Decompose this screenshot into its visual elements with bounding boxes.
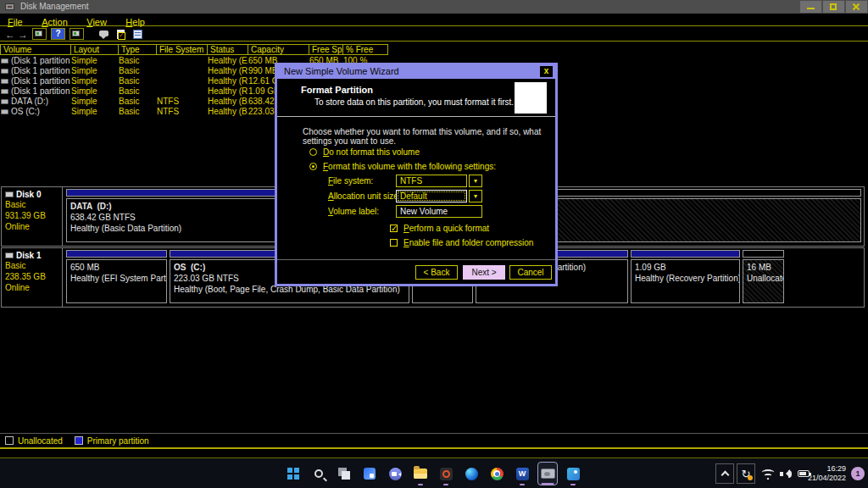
chrome-button[interactable] — [487, 462, 507, 485]
task-view-button[interactable] — [334, 462, 354, 485]
partition-block-efi[interactable]: 650 MBHealthy (EFI System Partition) — [66, 250, 167, 305]
clock[interactable]: 16:29 21/04/2022 — [797, 464, 846, 483]
new-simple-volume-wizard-dialog: New Simple Volume Wizard x Format Partit… — [275, 63, 558, 286]
radio-format-volume[interactable]: Format this volume with the following se… — [309, 162, 496, 171]
forward-arrow-icon[interactable]: → — [18, 29, 28, 41]
col-type[interactable]: Type — [118, 44, 157, 55]
col-capacity[interactable]: Capacity — [248, 44, 309, 55]
toolbar: ← → ? ✓ — [0, 27, 868, 42]
dialog-header: Format Partition To store data on this p… — [277, 79, 555, 117]
file-system-label: File system: — [328, 176, 373, 186]
menu-action[interactable]: Action — [34, 16, 75, 28]
primary-partition-bar — [66, 250, 167, 258]
back-arrow-icon[interactable]: ← — [5, 29, 15, 41]
allocation-unit-select[interactable]: Default — [396, 190, 467, 202]
close-button[interactable] — [846, 1, 867, 13]
menu-view[interactable]: View — [79, 16, 114, 28]
checklist-icon[interactable]: ✓ — [115, 29, 128, 39]
disk-icon — [5, 252, 14, 258]
menubar: File Action View Help — [0, 14, 868, 26]
quick-format-checkbox[interactable]: Perform a quick format — [390, 224, 489, 233]
partition-block-recovery-c[interactable]: 1.09 GBHealthy (Recovery Partition) — [631, 250, 740, 305]
dialog-titlebar[interactable]: New Simple Volume Wizard x — [277, 65, 555, 79]
unallocated-swatch — [5, 436, 14, 445]
volume-icon — [1, 89, 8, 94]
checkbox-checked-icon[interactable] — [390, 225, 398, 232]
minimize-button[interactable] — [800, 1, 821, 13]
task-view-icon — [338, 468, 350, 480]
volume-icon — [1, 69, 8, 74]
disk-management-icon — [541, 469, 555, 479]
volume-label-input[interactable]: New Volume — [396, 205, 482, 218]
chevron-down-icon[interactable]: ▾ — [469, 175, 482, 187]
next-button[interactable]: Next > — [463, 265, 505, 280]
disk-icon — [5, 191, 14, 197]
menu-file[interactable]: File — [0, 16, 31, 28]
office-icon — [440, 468, 453, 480]
word-icon: W — [516, 468, 529, 480]
col-pct-free[interactable]: % Free — [342, 44, 388, 55]
volume-icon — [1, 99, 8, 104]
unallocated-block-16mb[interactable]: 16 MBUnallocated — [743, 250, 784, 305]
col-file-system[interactable]: File System — [156, 44, 208, 55]
no-partition-bar — [743, 250, 784, 258]
disk1-header[interactable]: Disk 1 Basic 238.35 GB Online — [2, 248, 63, 307]
dialog-close-icon[interactable]: x — [540, 66, 553, 77]
disk-management-window: Disk Management File Action View Help ← … — [0, 0, 868, 488]
action-pane-icon[interactable] — [70, 28, 84, 40]
compression-checkbox[interactable]: Enable file and folder compression — [390, 238, 533, 247]
onedrive-button[interactable]: ↻ — [737, 463, 755, 484]
chat-button[interactable] — [385, 462, 405, 485]
col-status[interactable]: Status — [207, 44, 248, 55]
wifi-icon[interactable] — [761, 469, 775, 480]
radio-icon[interactable] — [309, 148, 317, 156]
volume-icon — [1, 58, 8, 64]
dialog-intro-text: Choose whether you want to format this v… — [303, 127, 548, 146]
file-explorer-button[interactable] — [410, 462, 431, 485]
word-button[interactable]: W — [512, 462, 532, 485]
search-icon — [314, 469, 323, 478]
disk0-header[interactable]: Disk 0 Basic 931.39 GB Online — [2, 187, 63, 246]
console-tree-icon[interactable] — [32, 28, 47, 40]
office-button[interactable] — [436, 462, 456, 485]
legend: Unallocated Primary partition — [0, 433, 868, 447]
checkbox-icon[interactable] — [390, 239, 398, 247]
tray-overflow-button[interactable] — [715, 463, 734, 484]
details-list-icon[interactable] — [132, 29, 145, 39]
cancel-button[interactable]: Cancel — [509, 265, 552, 280]
back-button[interactable]: < Back — [415, 265, 458, 280]
volume-icon[interactable] — [780, 469, 792, 479]
legend-unallocated: Unallocated — [5, 436, 63, 446]
volume-icon — [1, 79, 8, 84]
chevron-up-icon — [721, 471, 729, 480]
col-volume[interactable]: Volume — [0, 44, 71, 55]
command-bubble-icon[interactable] — [98, 29, 111, 39]
wizard-graphic — [515, 82, 547, 114]
allocation-unit-label: Allocation unit size: — [328, 191, 401, 201]
primary-partition-bar — [631, 250, 740, 258]
dialog-buttons: < Back Next > Cancel — [277, 259, 555, 284]
notification-badge[interactable]: 1 — [851, 467, 865, 480]
widgets-icon — [364, 468, 376, 480]
col-layout[interactable]: Layout — [70, 44, 119, 55]
file-explorer-icon — [414, 469, 427, 479]
edge-button[interactable] — [461, 462, 481, 485]
maximize-button[interactable] — [823, 1, 844, 13]
primary-partition-swatch — [75, 436, 83, 445]
app-icon — [5, 3, 14, 10]
radio-do-not-format[interactable]: Do not format this volume — [309, 147, 420, 157]
chevron-down-icon[interactable]: ▾ — [469, 190, 482, 202]
taskbar: W ↻ 16:29 21/04/2022 1 — [0, 458, 868, 488]
photos-button[interactable] — [563, 462, 583, 485]
radio-icon-selected[interactable] — [309, 163, 317, 170]
dialog-subheading: To store data on this partition, you mus… — [314, 97, 514, 107]
search-button[interactable] — [309, 462, 329, 485]
widgets-button[interactable] — [359, 462, 380, 485]
disk-management-button[interactable] — [537, 462, 558, 485]
file-system-select[interactable]: NTFS — [396, 175, 467, 187]
chrome-icon — [491, 468, 504, 480]
menu-help[interactable]: Help — [118, 16, 153, 28]
help-icon[interactable]: ? — [51, 28, 65, 40]
col-free-space[interactable]: Free Sp... — [309, 44, 343, 55]
start-button[interactable] — [283, 462, 303, 485]
